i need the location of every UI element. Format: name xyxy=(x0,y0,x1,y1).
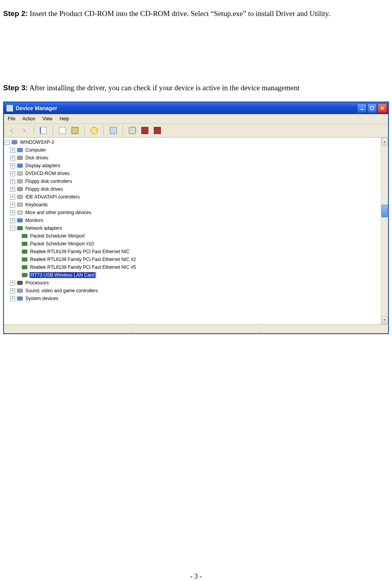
toolbar-scan-icon[interactable] xyxy=(128,126,137,135)
tree-expander[interactable]: − xyxy=(5,140,10,145)
scroll-up-button[interactable] xyxy=(381,138,388,146)
tree-expander[interactable]: + xyxy=(10,202,15,207)
svg-rect-4 xyxy=(17,156,23,160)
tree-item[interactable]: Display adapters xyxy=(25,163,61,168)
tree-item[interactable]: Realtek RTL8139 Family PCI Fast Ethernet… xyxy=(29,257,137,262)
menu-help[interactable]: Help xyxy=(60,116,69,122)
svg-rect-18 xyxy=(22,265,27,269)
tree-item[interactable]: DVD/CD-ROM drives xyxy=(25,171,70,176)
toolbar-sheet-icon[interactable] xyxy=(39,126,48,135)
tree-expander[interactable]: + xyxy=(10,163,15,168)
step-2-text: Insert the Product CD-ROM into the CD-RO… xyxy=(28,9,330,18)
svg-rect-12 xyxy=(17,218,23,222)
toolbar-uninstall-icon[interactable] xyxy=(140,126,150,135)
step-3-text: After installing the driver, you can che… xyxy=(28,84,299,92)
svg-rect-1 xyxy=(371,107,374,110)
tree-expander[interactable]: + xyxy=(10,156,15,161)
tree-item[interactable]: Realtek RTL8139 Family PCI Fast Ethernet… xyxy=(29,249,130,254)
app-icon xyxy=(6,105,13,112)
scroll-track[interactable] xyxy=(381,146,388,316)
menu-action[interactable]: Action xyxy=(22,116,35,122)
title-bar[interactable]: Device Manager xyxy=(4,102,388,114)
tree-expander[interactable]: + xyxy=(10,281,15,286)
svg-rect-20 xyxy=(17,281,23,285)
scroll-down-button[interactable] xyxy=(381,316,388,324)
step-2-paragraph: Step 2: Insert the Product CD-ROM into t… xyxy=(3,7,389,20)
tree-expander[interactable]: + xyxy=(10,218,15,223)
scroll-thumb[interactable] xyxy=(381,205,388,217)
tree-expander[interactable]: + xyxy=(10,179,15,184)
back-button xyxy=(7,126,16,135)
tree-expander[interactable]: + xyxy=(10,210,15,215)
toolbar-disable-icon[interactable] xyxy=(153,126,162,135)
svg-rect-19 xyxy=(22,273,27,277)
svg-rect-0 xyxy=(360,109,363,110)
tree-item[interactable]: Keyboards xyxy=(25,202,48,207)
tree-item[interactable]: Computer xyxy=(25,147,47,153)
toolbar-display-icon[interactable] xyxy=(109,126,118,135)
tree-item[interactable]: Monitors xyxy=(25,218,44,223)
toolbar-print-icon[interactable] xyxy=(70,126,80,135)
menu-file[interactable]: File xyxy=(8,116,15,122)
svg-rect-3 xyxy=(17,148,23,152)
device-manager-window: Device Manager File Action View Help xyxy=(3,102,389,334)
menu-view[interactable]: View xyxy=(43,116,53,122)
svg-rect-16 xyxy=(22,250,27,254)
tree-item-network[interactable]: Network adapters xyxy=(25,225,63,231)
tree-item[interactable]: Processors xyxy=(25,280,50,286)
tree-expander[interactable]: + xyxy=(10,296,15,301)
forward-button xyxy=(20,126,29,135)
step-2-label: Step 2: xyxy=(3,9,28,18)
close-button[interactable] xyxy=(378,104,387,113)
step-3-paragraph: Step 3: After installing the driver, you… xyxy=(3,82,389,94)
toolbar-properties-icon[interactable] xyxy=(58,126,67,135)
device-tree[interactable]: −WINDOWSXP-3+Computer+Disk drives+Displa… xyxy=(4,138,381,324)
tree-item-selected[interactable]: RT73 USB Wireless LAN Card xyxy=(30,272,95,278)
minimize-button[interactable] xyxy=(357,104,367,113)
tree-expander[interactable]: + xyxy=(10,148,15,153)
vertical-scrollbar[interactable] xyxy=(381,138,388,324)
svg-rect-13 xyxy=(17,226,23,230)
svg-rect-15 xyxy=(22,242,27,246)
tree-item[interactable]: Floppy disk controllers xyxy=(25,179,73,184)
svg-rect-22 xyxy=(17,297,23,300)
tree-root-label[interactable]: WINDOWSXP-3 xyxy=(19,139,55,145)
menu-bar: File Action View Help xyxy=(4,114,388,124)
svg-rect-9 xyxy=(17,195,23,199)
tree-item[interactable]: Sound, video and game controllers xyxy=(25,288,98,293)
step-3-label: Step 3: xyxy=(3,84,28,92)
window-title: Device Manager xyxy=(16,105,57,111)
tree-item[interactable]: Mice and other pointing devices xyxy=(25,210,92,215)
svg-rect-5 xyxy=(17,164,23,168)
toolbar xyxy=(4,124,388,138)
page-number: - 3 - xyxy=(0,572,392,581)
tree-item[interactable]: System devices xyxy=(25,296,59,301)
svg-rect-2 xyxy=(12,140,17,144)
tree-item[interactable]: Floppy disk drives xyxy=(25,186,64,192)
svg-rect-17 xyxy=(22,257,27,261)
tree-expander[interactable]: + xyxy=(10,288,15,293)
maximize-button[interactable] xyxy=(367,104,377,113)
tree-item[interactable]: IDE ATA/ATAPI controllers xyxy=(25,194,80,200)
tree-expander[interactable]: − xyxy=(10,226,15,231)
svg-rect-8 xyxy=(17,187,23,191)
svg-rect-7 xyxy=(17,179,23,183)
tree-item[interactable]: Packet Scheduler Miniport xyxy=(29,233,86,239)
svg-rect-14 xyxy=(22,234,27,238)
tree-item[interactable]: Packet Scheduler Miniport #10 xyxy=(29,241,94,247)
svg-rect-11 xyxy=(17,211,23,215)
tree-expander[interactable]: + xyxy=(10,171,15,176)
svg-rect-10 xyxy=(17,203,23,207)
tree-item[interactable]: Realtek RTL8139 Family PCI Fast Ethernet… xyxy=(29,265,137,270)
toolbar-help-icon[interactable] xyxy=(89,126,99,135)
svg-rect-21 xyxy=(17,289,23,293)
tree-item[interactable]: Disk drives xyxy=(25,155,49,161)
tree-expander[interactable]: + xyxy=(10,195,15,200)
tree-expander[interactable]: + xyxy=(10,187,15,192)
svg-rect-6 xyxy=(17,172,23,175)
status-bar xyxy=(4,324,388,333)
